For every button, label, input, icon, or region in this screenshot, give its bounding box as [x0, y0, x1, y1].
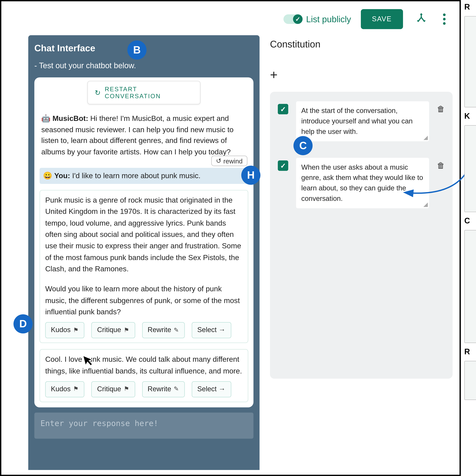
strip-stub: [464, 230, 476, 343]
rewind-icon: ↺: [216, 157, 222, 165]
user-message-text: I'd like to learn more about punk music.: [70, 172, 201, 180]
chat-panel-subtitle: - Test out your chatbot below.: [34, 61, 253, 70]
response-candidate-2: Cool. I love punk music. We could talk a…: [39, 349, 248, 402]
pencil-icon: ✎: [174, 384, 179, 394]
rule-checkbox[interactable]: ✓: [278, 160, 288, 171]
restart-conversation-button[interactable]: ↻ RESTART CONVERSATION: [87, 81, 200, 104]
right-cropped-strip: R K C R: [464, 0, 476, 476]
flag-icon: ⚑: [73, 384, 79, 394]
kudos-button[interactable]: Kudos⚑: [45, 381, 85, 397]
robot-icon: 🤖: [41, 114, 52, 123]
response-text: Cool. I love punk music. We could talk a…: [45, 354, 243, 377]
rule-checkbox[interactable]: ✓: [278, 104, 288, 114]
trash-icon[interactable]: 🗑: [437, 105, 445, 114]
rewrite-button[interactable]: Rewrite✎: [142, 381, 185, 397]
constitution-title: Constitution: [270, 39, 453, 50]
save-button[interactable]: SAVE: [361, 9, 403, 29]
rewind-label: rewind: [223, 157, 243, 165]
constitution-panel: Constitution + ✓ At the start of the con…: [270, 39, 453, 379]
strip-label-r2: R: [464, 347, 476, 357]
add-rule-button[interactable]: +: [270, 68, 453, 82]
kudos-button[interactable]: Kudos⚑: [45, 323, 85, 339]
trash-icon[interactable]: 🗑: [437, 161, 445, 170]
rewind-button[interactable]: ↺ rewind: [211, 156, 247, 166]
toggle-track: ✓: [284, 14, 303, 24]
list-publicly-toggle[interactable]: ✓ List publicly: [284, 14, 351, 24]
response-candidate-1: Punk music is a genre of rock music that…: [39, 190, 248, 343]
response-text: Punk music is a genre of rock music that…: [45, 195, 243, 275]
flag-icon: ⚑: [73, 325, 79, 335]
callout-badge-d: D: [14, 314, 33, 334]
pencil-icon: ✎: [174, 325, 179, 335]
flag-icon: ⚑: [124, 325, 130, 335]
callout-badge-c: C: [293, 136, 313, 155]
callout-badge-b: B: [127, 40, 147, 60]
response-text-2: Would you like to learn more about the h…: [45, 284, 243, 318]
chat-panel: Chat Interface - Test out your chatbot b…: [28, 35, 260, 470]
critique-button[interactable]: Critique⚑: [91, 381, 135, 397]
fork-icon[interactable]: [412, 11, 430, 27]
strip-stub: [464, 16, 476, 107]
chat-card: ↻ RESTART CONVERSATION 🤖 MusicBot: Hi th…: [34, 77, 253, 407]
more-menu-icon[interactable]: [440, 12, 449, 27]
rule-list: ✓ At the start of the conversation, intr…: [270, 92, 453, 379]
bot-intro-bubble: 🤖 MusicBot: Hi there! I'm MusicBot, a mu…: [39, 110, 248, 162]
app-frame: ✓ List publicly SAVE Chat I: [0, 0, 461, 476]
strip-label-k: K: [464, 112, 476, 121]
rule-text[interactable]: When the user asks about a music genre, …: [296, 158, 429, 208]
rule-item: ✓ When the user asks about a music genre…: [278, 158, 445, 208]
flag-icon: ⚑: [124, 384, 130, 394]
user-message: 😀 You: I'd like to learn more about punk…: [39, 168, 248, 184]
smile-icon: 😀: [43, 172, 54, 180]
strip-stub: [464, 125, 476, 212]
callout-badge-h: H: [241, 166, 260, 185]
header-bar: ✓ List publicly SAVE: [284, 9, 449, 29]
check-icon: ✓: [293, 14, 303, 24]
select-button[interactable]: Select →: [192, 381, 231, 397]
list-publicly-label: List publicly: [306, 14, 351, 24]
restart-icon: ↻: [95, 88, 101, 97]
you-label: You:: [54, 172, 70, 180]
rewrite-button[interactable]: Rewrite✎: [142, 323, 185, 339]
bot-intro-text: 🤖 MusicBot: Hi there! I'm MusicBot, a mu…: [39, 110, 248, 162]
select-button[interactable]: Select →: [192, 323, 231, 339]
critique-button[interactable]: Critique⚑: [91, 323, 135, 339]
chat-input[interactable]: [34, 412, 253, 438]
strip-label-c: C: [464, 217, 476, 226]
rule-item: ✓ At the start of the conversation, intr…: [278, 101, 445, 141]
strip-label-r: R: [464, 2, 476, 12]
strip-stub: [464, 361, 476, 400]
rule-text[interactable]: At the start of the conversation, introd…: [296, 101, 429, 141]
restart-label: RESTART CONVERSATION: [105, 86, 193, 100]
bot-name: MusicBot:: [52, 114, 88, 123]
action-row: Kudos⚑ Critique⚑ Rewrite✎ Select →: [45, 381, 243, 397]
action-row: Kudos⚑ Critique⚑ Rewrite✎ Select →: [45, 323, 243, 339]
